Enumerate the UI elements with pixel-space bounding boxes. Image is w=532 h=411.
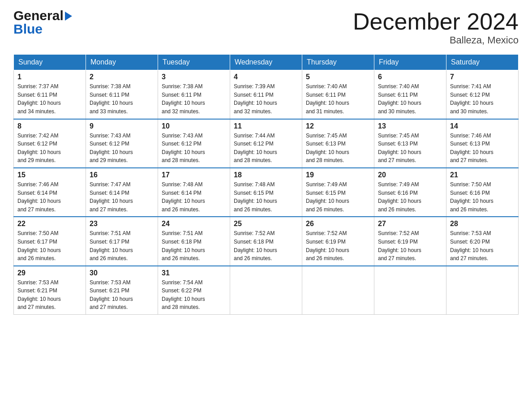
calendar-cell: 9Sunrise: 7:43 AMSunset: 6:12 PMDaylight… xyxy=(86,119,158,168)
calendar-cell: 21Sunrise: 7:50 AMSunset: 6:16 PMDayligh… xyxy=(446,168,519,217)
day-number: 25 xyxy=(234,220,298,228)
calendar-cell: 23Sunrise: 7:51 AMSunset: 6:17 PMDayligh… xyxy=(86,217,158,265)
day-number: 13 xyxy=(378,122,442,130)
day-info: Sunrise: 7:49 AMSunset: 6:15 PMDaylight:… xyxy=(306,180,370,214)
day-info: Sunrise: 7:48 AMSunset: 6:15 PMDaylight:… xyxy=(234,180,298,214)
day-number: 7 xyxy=(450,73,515,81)
calendar-cell: 2Sunrise: 7:38 AMSunset: 6:11 PMDaylight… xyxy=(86,70,158,119)
day-info: Sunrise: 7:53 AMSunset: 6:21 PMDaylight:… xyxy=(17,278,82,312)
day-info: Sunrise: 7:46 AMSunset: 6:14 PMDaylight:… xyxy=(17,180,82,214)
day-number: 17 xyxy=(162,171,226,179)
weekday-header-saturday: Saturday xyxy=(446,55,519,70)
day-info: Sunrise: 7:44 AMSunset: 6:12 PMDaylight:… xyxy=(234,132,298,165)
calendar-cell xyxy=(302,266,374,315)
day-info: Sunrise: 7:39 AMSunset: 6:11 PMDaylight:… xyxy=(234,82,298,116)
week-row-1: 1Sunrise: 7:37 AMSunset: 6:11 PMDaylight… xyxy=(14,70,519,119)
day-info: Sunrise: 7:47 AMSunset: 6:14 PMDaylight:… xyxy=(90,180,154,214)
day-info: Sunrise: 7:37 AMSunset: 6:11 PMDaylight:… xyxy=(17,82,82,116)
day-number: 11 xyxy=(234,122,298,130)
day-number: 28 xyxy=(450,220,515,228)
day-number: 23 xyxy=(90,220,154,228)
day-info: Sunrise: 7:40 AMSunset: 6:11 PMDaylight:… xyxy=(306,82,370,116)
calendar-cell: 18Sunrise: 7:48 AMSunset: 6:15 PMDayligh… xyxy=(230,168,302,217)
calendar-cell: 5Sunrise: 7:40 AMSunset: 6:11 PMDaylight… xyxy=(302,70,374,119)
calendar-cell: 3Sunrise: 7:38 AMSunset: 6:11 PMDaylight… xyxy=(158,70,230,119)
calendar-cell: 30Sunrise: 7:53 AMSunset: 6:21 PMDayligh… xyxy=(86,266,158,315)
calendar-cell xyxy=(230,266,302,315)
calendar-cell: 19Sunrise: 7:49 AMSunset: 6:15 PMDayligh… xyxy=(302,168,374,217)
calendar-cell: 25Sunrise: 7:52 AMSunset: 6:18 PMDayligh… xyxy=(230,217,302,265)
day-number: 14 xyxy=(450,122,515,130)
calendar-cell: 29Sunrise: 7:53 AMSunset: 6:21 PMDayligh… xyxy=(14,266,86,315)
calendar-cell: 13Sunrise: 7:45 AMSunset: 6:13 PMDayligh… xyxy=(374,119,446,168)
weekday-header-monday: Monday xyxy=(86,55,158,70)
logo-general: General xyxy=(13,9,72,22)
day-info: Sunrise: 7:50 AMSunset: 6:17 PMDaylight:… xyxy=(17,229,82,262)
day-info: Sunrise: 7:38 AMSunset: 6:11 PMDaylight:… xyxy=(90,82,154,116)
day-number: 5 xyxy=(306,73,370,81)
calendar-cell: 20Sunrise: 7:49 AMSunset: 6:16 PMDayligh… xyxy=(374,168,446,217)
logo: General Blue xyxy=(13,9,72,36)
day-number: 9 xyxy=(90,122,154,130)
day-number: 21 xyxy=(450,171,515,179)
title-block: December 2024 Balleza, Mexico xyxy=(353,9,519,46)
day-number: 24 xyxy=(162,220,226,228)
day-number: 15 xyxy=(17,171,82,179)
week-row-4: 22Sunrise: 7:50 AMSunset: 6:17 PMDayligh… xyxy=(14,217,519,265)
day-info: Sunrise: 7:54 AMSunset: 6:22 PMDaylight:… xyxy=(162,278,226,312)
day-info: Sunrise: 7:52 AMSunset: 6:19 PMDaylight:… xyxy=(306,229,370,262)
day-info: Sunrise: 7:42 AMSunset: 6:12 PMDaylight:… xyxy=(17,132,82,165)
day-number: 3 xyxy=(162,73,226,81)
day-info: Sunrise: 7:43 AMSunset: 6:12 PMDaylight:… xyxy=(90,132,154,165)
weekday-header-sunday: Sunday xyxy=(14,55,86,70)
logo-arrow-icon xyxy=(65,12,72,21)
page-subtitle: Balleza, Mexico xyxy=(353,34,519,46)
day-info: Sunrise: 7:52 AMSunset: 6:19 PMDaylight:… xyxy=(378,229,442,262)
day-info: Sunrise: 7:41 AMSunset: 6:12 PMDaylight:… xyxy=(450,82,515,116)
calendar-cell: 24Sunrise: 7:51 AMSunset: 6:18 PMDayligh… xyxy=(158,217,230,265)
calendar-cell: 11Sunrise: 7:44 AMSunset: 6:12 PMDayligh… xyxy=(230,119,302,168)
calendar-cell: 7Sunrise: 7:41 AMSunset: 6:12 PMDaylight… xyxy=(446,70,519,119)
weekday-header-friday: Friday xyxy=(374,55,446,70)
page-header: General Blue December 2024 Balleza, Mexi… xyxy=(13,9,519,46)
calendar-cell: 6Sunrise: 7:40 AMSunset: 6:11 PMDaylight… xyxy=(374,70,446,119)
day-info: Sunrise: 7:46 AMSunset: 6:13 PMDaylight:… xyxy=(450,132,515,165)
day-number: 31 xyxy=(162,269,226,277)
day-number: 22 xyxy=(17,220,82,228)
day-info: Sunrise: 7:45 AMSunset: 6:13 PMDaylight:… xyxy=(306,132,370,165)
weekday-header-tuesday: Tuesday xyxy=(158,55,230,70)
calendar-cell: 14Sunrise: 7:46 AMSunset: 6:13 PMDayligh… xyxy=(446,119,519,168)
calendar-cell: 4Sunrise: 7:39 AMSunset: 6:11 PMDaylight… xyxy=(230,70,302,119)
week-row-2: 8Sunrise: 7:42 AMSunset: 6:12 PMDaylight… xyxy=(14,119,519,168)
day-info: Sunrise: 7:48 AMSunset: 6:14 PMDaylight:… xyxy=(162,180,226,214)
day-number: 19 xyxy=(306,171,370,179)
day-number: 18 xyxy=(234,171,298,179)
day-number: 27 xyxy=(378,220,442,228)
day-number: 12 xyxy=(306,122,370,130)
calendar-cell: 16Sunrise: 7:47 AMSunset: 6:14 PMDayligh… xyxy=(86,168,158,217)
calendar-cell xyxy=(374,266,446,315)
calendar-cell: 26Sunrise: 7:52 AMSunset: 6:19 PMDayligh… xyxy=(302,217,374,265)
day-info: Sunrise: 7:53 AMSunset: 6:21 PMDaylight:… xyxy=(90,278,154,312)
weekday-header-thursday: Thursday xyxy=(302,55,374,70)
weekday-header-row: SundayMondayTuesdayWednesdayThursdayFrid… xyxy=(14,55,519,70)
page-title: December 2024 xyxy=(353,9,519,34)
calendar-cell: 12Sunrise: 7:45 AMSunset: 6:13 PMDayligh… xyxy=(302,119,374,168)
weekday-header-wednesday: Wednesday xyxy=(230,55,302,70)
calendar-cell: 15Sunrise: 7:46 AMSunset: 6:14 PMDayligh… xyxy=(14,168,86,217)
day-number: 4 xyxy=(234,73,298,81)
day-number: 10 xyxy=(162,122,226,130)
day-info: Sunrise: 7:43 AMSunset: 6:12 PMDaylight:… xyxy=(162,132,226,165)
day-number: 30 xyxy=(90,269,154,277)
calendar-cell: 22Sunrise: 7:50 AMSunset: 6:17 PMDayligh… xyxy=(14,217,86,265)
calendar-cell: 27Sunrise: 7:52 AMSunset: 6:19 PMDayligh… xyxy=(374,217,446,265)
day-info: Sunrise: 7:49 AMSunset: 6:16 PMDaylight:… xyxy=(378,180,442,214)
day-info: Sunrise: 7:52 AMSunset: 6:18 PMDaylight:… xyxy=(234,229,298,262)
day-info: Sunrise: 7:51 AMSunset: 6:17 PMDaylight:… xyxy=(90,229,154,262)
calendar-cell: 8Sunrise: 7:42 AMSunset: 6:12 PMDaylight… xyxy=(14,119,86,168)
calendar-cell: 1Sunrise: 7:37 AMSunset: 6:11 PMDaylight… xyxy=(14,70,86,119)
week-row-3: 15Sunrise: 7:46 AMSunset: 6:14 PMDayligh… xyxy=(14,168,519,217)
day-info: Sunrise: 7:51 AMSunset: 6:18 PMDaylight:… xyxy=(162,229,226,262)
calendar-cell: 28Sunrise: 7:53 AMSunset: 6:20 PMDayligh… xyxy=(446,217,519,265)
day-number: 20 xyxy=(378,171,442,179)
